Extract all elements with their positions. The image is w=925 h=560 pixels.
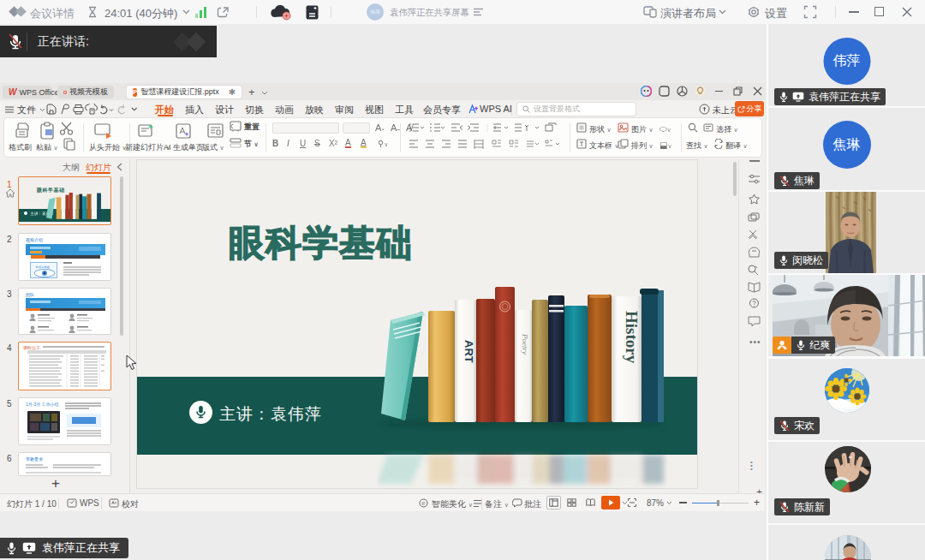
svg-text:History: History: [623, 311, 641, 364]
svg-text:Poetry: Poetry: [521, 333, 529, 354]
svg-text:ART: ART: [462, 340, 475, 363]
